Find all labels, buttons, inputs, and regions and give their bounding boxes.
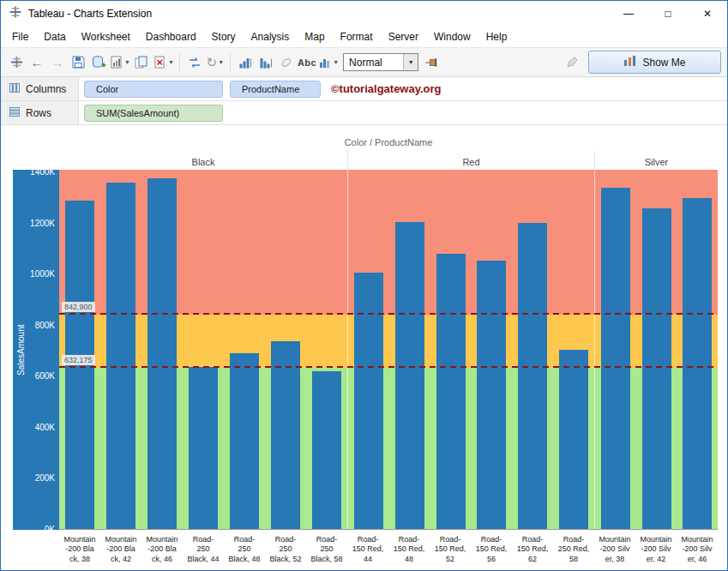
- bar-mark[interactable]: [477, 261, 506, 530]
- bar-slot: [348, 170, 389, 529]
- bar-mark[interactable]: [559, 350, 588, 530]
- bar-slot: [389, 170, 430, 529]
- sort-descending-icon[interactable]: [256, 52, 275, 73]
- toolbar-separator: [230, 54, 231, 71]
- bar-mark[interactable]: [354, 273, 383, 529]
- pill-color[interactable]: Color: [84, 81, 223, 98]
- menu-file[interactable]: File: [4, 28, 36, 45]
- menu-dashboard[interactable]: Dashboard: [138, 28, 204, 45]
- bar-mark[interactable]: [395, 222, 424, 529]
- marks-chart-icon[interactable]: ▼: [318, 52, 339, 73]
- bar-slot: [512, 170, 553, 529]
- x-label-group-red: Road- 150 Red, 44Road- 150 Red, 48Road- …: [347, 532, 594, 564]
- x-axis-label[interactable]: Road- 150 Red, 56: [471, 532, 512, 564]
- y-tick-label: 800K: [35, 322, 55, 330]
- x-labels: Mountain -200 Bla ck, 38Mountain -200 Bl…: [59, 532, 718, 564]
- menu-help[interactable]: Help: [478, 28, 515, 45]
- x-axis-label[interactable]: Road- 250 Red, 58: [553, 532, 594, 564]
- refresh-icon[interactable]: ↻ ▼: [206, 52, 225, 73]
- show-me-chart-icon: [623, 55, 636, 69]
- pane-header-black[interactable]: Black: [59, 151, 347, 170]
- minimize-button[interactable]: —: [609, 1, 648, 27]
- sort-ascending-icon[interactable]: [236, 52, 255, 73]
- x-axis-label[interactable]: Road- 250 Black, 58: [306, 532, 347, 564]
- bar-slot: [224, 170, 265, 529]
- menu-map[interactable]: Map: [297, 28, 332, 45]
- bar-mark[interactable]: [106, 183, 135, 529]
- rows-grid-icon: [9, 107, 20, 119]
- bar-mark[interactable]: [271, 341, 300, 529]
- fix-axes-pin-icon[interactable]: [423, 52, 442, 73]
- chevron-down-icon[interactable]: ▼: [403, 54, 418, 70]
- bar-mark[interactable]: [683, 198, 712, 529]
- new-data-source-icon[interactable]: [89, 52, 108, 73]
- bar-mark[interactable]: [518, 223, 547, 529]
- bar-mark[interactable]: [189, 367, 218, 529]
- swap-rows-columns-icon[interactable]: [185, 52, 204, 73]
- bar-mark[interactable]: [601, 188, 630, 529]
- x-axis-label[interactable]: Road- 250 Black, 44: [183, 532, 224, 564]
- x-axis-label[interactable]: Mountain -200 Silv er, 46: [677, 532, 718, 564]
- x-axis-label[interactable]: Road- 150 Red, 62: [512, 532, 553, 564]
- x-axis-label[interactable]: Road- 150 Red, 48: [388, 532, 430, 564]
- tableau-toolbar-logo-icon[interactable]: [7, 52, 26, 73]
- group-members-icon[interactable]: [277, 52, 296, 73]
- pill-productname[interactable]: ProductName: [230, 81, 321, 98]
- x-axis-label[interactable]: Mountain -200 Silv er, 38: [594, 532, 635, 564]
- new-worksheet-icon[interactable]: ▼: [110, 52, 130, 73]
- menu-story[interactable]: Story: [204, 28, 244, 45]
- duplicate-sheet-icon[interactable]: [132, 52, 151, 73]
- bar-slot: [677, 170, 718, 529]
- bar-mark[interactable]: [230, 353, 259, 529]
- menu-data[interactable]: Data: [36, 28, 73, 45]
- reference-line-label: 842,900: [62, 302, 95, 312]
- save-icon[interactable]: [69, 52, 87, 73]
- bar-mark[interactable]: [312, 371, 341, 529]
- maximize-button[interactable]: □: [648, 1, 688, 27]
- bar-mark[interactable]: [147, 178, 177, 529]
- menu-analysis[interactable]: Analysis: [244, 28, 298, 45]
- columns-shelf-area[interactable]: Color ProductName ©tutorialgateway.org: [78, 77, 727, 100]
- reference-line[interactable]: 842,900: [59, 313, 718, 315]
- x-label-group-silver: Mountain -200 Silv er, 38Mountain -200 S…: [594, 532, 718, 564]
- highlight-icon[interactable]: [563, 52, 581, 73]
- bar-slot: [265, 170, 306, 529]
- undo-icon[interactable]: ←: [27, 52, 46, 73]
- x-axis-label[interactable]: Road- 150 Red, 52: [430, 532, 471, 564]
- pane-header-red[interactable]: Red: [347, 151, 594, 170]
- menu-server[interactable]: Server: [381, 28, 426, 45]
- clear-sheet-icon[interactable]: ▼: [153, 52, 174, 73]
- x-axis-label[interactable]: Road- 250 Black, 52: [265, 532, 306, 564]
- y-tick-label: 200K: [35, 474, 55, 483]
- columns-shelf-text: Columns: [26, 83, 66, 95]
- panes: 842,900632,175: [59, 170, 718, 530]
- chart-area: Color / ProductName BlackRedSilver Sales…: [1, 125, 727, 570]
- rows-shelf-label: Rows: [1, 101, 78, 124]
- x-axis-label[interactable]: Mountain -200 Bla ck, 42: [100, 532, 141, 564]
- bar-mark[interactable]: [642, 208, 671, 529]
- x-axis-label[interactable]: Road- 250 Black, 48: [224, 532, 265, 564]
- reference-line[interactable]: 632,175: [59, 366, 718, 368]
- bar-mark[interactable]: [436, 254, 466, 529]
- x-axis-label[interactable]: Mountain -200 Bla ck, 46: [141, 532, 183, 564]
- show-me-button[interactable]: Show Me: [588, 51, 721, 74]
- menu-window[interactable]: Window: [426, 28, 478, 45]
- rows-shelf-area[interactable]: SUM(SalesAmount): [78, 101, 727, 124]
- chevron-down-icon: ▼: [124, 59, 130, 65]
- show-mark-labels-icon[interactable]: Abc: [298, 52, 316, 73]
- x-axis-label[interactable]: Road- 150 Red, 44: [347, 532, 388, 564]
- x-axis-label[interactable]: Mountain -200 Silv er, 42: [635, 532, 677, 564]
- pane-header-silver[interactable]: Silver: [594, 151, 718, 170]
- menu-format[interactable]: Format: [333, 28, 381, 45]
- redo-icon[interactable]: →: [48, 52, 67, 73]
- menu-worksheet[interactable]: Worksheet: [74, 28, 138, 45]
- fit-select[interactable]: Normal ▼: [343, 53, 418, 71]
- x-axis-label[interactable]: Mountain -200 Bla ck, 38: [59, 532, 100, 564]
- columns-grid-icon: [9, 83, 20, 95]
- bar-slot: [636, 170, 677, 529]
- bar-slot: [100, 170, 141, 529]
- pane-black: [59, 170, 347, 529]
- pill-sum-salesamount[interactable]: SUM(SalesAmount): [84, 105, 223, 122]
- close-button[interactable]: ✕: [688, 1, 727, 27]
- columns-shelf-label: Columns: [1, 77, 78, 100]
